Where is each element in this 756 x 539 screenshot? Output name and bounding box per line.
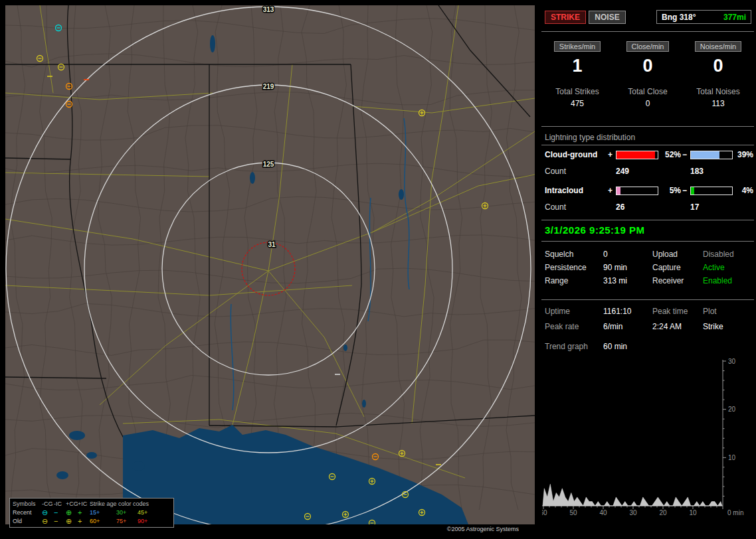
legend-col-cgneg: -CG: [42, 500, 54, 508]
total-close-label: Total Close: [613, 87, 683, 96]
age-code: 30+: [116, 508, 138, 517]
upload-status: Disabled: [703, 250, 755, 259]
plot-value: Strike: [703, 322, 755, 331]
circled-plus-icon: ⊕: [66, 508, 78, 517]
strikes-per-min-value: 1: [542, 56, 613, 76]
separator: [541, 145, 754, 145]
minus-icon: −: [54, 517, 66, 526]
rate-values-row: 1 0 0: [542, 56, 753, 76]
svg-text:0 min: 0 min: [727, 509, 743, 516]
total-labels-row: Total Strikes Total Close Total Noises: [542, 87, 753, 96]
minus-icon: −: [54, 508, 66, 517]
count-label: Count: [545, 202, 608, 212]
age-code: 15+: [90, 508, 116, 517]
ic-positive-pct: 5%: [660, 186, 682, 195]
separator: [541, 126, 754, 127]
age-code: 45+: [138, 508, 159, 517]
squelch-label: Squelch: [545, 250, 603, 259]
peak-rate-label: Peak rate: [545, 322, 603, 331]
strike-rate-series: [543, 484, 722, 506]
intracloud-label: Intracloud: [545, 186, 608, 195]
cg-positive-count: 249: [616, 167, 660, 176]
peak-rate-value: 6/min: [603, 322, 652, 331]
persistence-value: 90 min: [603, 263, 652, 272]
count-label: Count: [545, 167, 608, 176]
uptime-value: 1161:10: [603, 307, 652, 316]
trend-graph: 6050403020100 min102030: [542, 356, 756, 525]
bearing-display: Bng 318° 377mi: [656, 10, 751, 24]
age-code: 60+: [90, 517, 116, 526]
plus-sign: +: [608, 186, 616, 195]
separator: [541, 299, 754, 300]
total-strikes-label: Total Strikes: [542, 87, 613, 96]
trend-window-value: 60 min: [603, 342, 744, 351]
total-noises-label: Total Noises: [683, 87, 753, 96]
cloud-ground-row: Cloud-ground + 52% − 39%: [545, 150, 755, 159]
cg-positive-bar: [616, 151, 658, 159]
noises-per-min-label: Noises/min: [695, 41, 741, 52]
bearing-label: Bng 318°: [662, 13, 696, 22]
ring-label-313: 313: [263, 6, 274, 13]
legend-symbols-label: Symbols: [13, 500, 42, 508]
noise-mode-button[interactable]: NOISE: [589, 11, 626, 24]
strikes-per-min-label: Strikes/min: [554, 41, 601, 52]
plot-label: Plot: [703, 307, 755, 316]
circled-minus-icon: ⊖: [42, 517, 54, 526]
legend-row-recent-label: Recent: [13, 508, 42, 517]
svg-text:40: 40: [599, 509, 607, 516]
legend-col-cgpos: +CG: [66, 500, 78, 508]
bearing-distance: 377mi: [723, 13, 746, 22]
minus-sign: −: [682, 150, 690, 159]
map-canvas: 313 219 125 31: [5, 5, 535, 524]
separator: [541, 31, 754, 32]
distribution-title: Lightning type distribution: [545, 133, 635, 142]
circled-plus-icon: ⊕: [66, 517, 78, 526]
upload-label: Upload: [652, 250, 703, 259]
range-value: 313 mi: [603, 276, 652, 285]
legend-row-old-label: Old: [13, 517, 42, 526]
svg-text:50: 50: [569, 509, 577, 516]
cloud-ground-label: Cloud-ground: [545, 150, 608, 159]
circled-minus-icon: ⊖: [42, 508, 54, 517]
svg-text:20: 20: [659, 509, 667, 516]
cg-negative-bar: [690, 151, 733, 159]
minus-sign: −: [682, 186, 690, 195]
ic-negative-count: 17: [690, 202, 734, 212]
plus-sign: +: [608, 150, 616, 159]
legend-col-icneg: -IC: [54, 500, 66, 508]
total-close-value: 0: [613, 99, 683, 108]
cg-positive-pct: 52%: [660, 150, 682, 159]
map-legend: Symbols -CG -IC +CG +IC Strike age color…: [9, 498, 174, 528]
capture-label: Capture: [652, 263, 703, 272]
total-values-row: 475 0 113: [542, 99, 753, 108]
plus-icon: +: [78, 508, 90, 517]
plus-icon: +: [78, 517, 90, 526]
trend-graph-canvas: 6050403020100 min102030: [542, 356, 756, 523]
ic-negative-bar: [690, 187, 733, 195]
intracloud-row: Intracloud + 5% − 4%: [545, 186, 755, 195]
separator: [541, 220, 754, 220]
close-per-min-value: 0: [613, 56, 683, 76]
trend-graph-header: Trend graph 60 min: [545, 342, 744, 351]
rate-labels-row: Strikes/min Close/min Noises/min: [542, 41, 753, 52]
strike-mode-button[interactable]: STRIKE: [545, 11, 586, 24]
svg-text:10: 10: [689, 509, 697, 516]
age-code: 90+: [138, 517, 159, 526]
intracloud-count-row: Count 26 17: [545, 202, 755, 212]
legend-age-title: Strike age color codes: [90, 500, 159, 508]
settings-row-persistence: Persistence 90 min Capture Active: [545, 263, 755, 272]
svg-text:30: 30: [629, 509, 637, 516]
ring-label-219: 219: [263, 83, 274, 90]
squelch-value: 0: [603, 250, 652, 259]
close-per-min-label: Close/min: [626, 41, 670, 52]
peak-time-label: Peak time: [652, 307, 703, 316]
total-noises-value: 113: [683, 99, 753, 108]
capture-status: Active: [703, 263, 755, 272]
receiver-label: Receiver: [652, 276, 703, 285]
lightning-map[interactable]: 313 219 125 31 Symbols -CG -IC +CG +IC S…: [5, 5, 535, 534]
peak-time-value: 2:24 AM: [652, 322, 703, 331]
receiver-status: Enabled: [703, 276, 755, 285]
persistence-label: Persistence: [545, 263, 603, 272]
ring-label-31: 31: [268, 241, 276, 248]
ic-negative-pct: 4%: [734, 186, 755, 195]
